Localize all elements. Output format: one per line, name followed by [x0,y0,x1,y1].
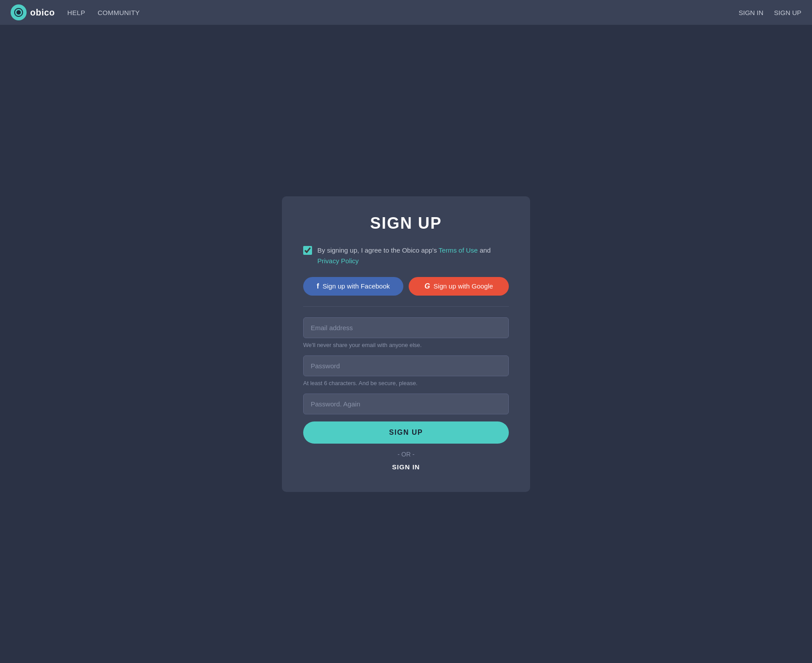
email-hint: We'll never share your email with anyone… [303,342,509,348]
facebook-signup-button[interactable]: f Sign up with Facebook [303,277,403,296]
password-hint: At least 6 characters. And be secure, pl… [303,380,509,386]
agree-and: and [480,246,491,254]
logo-link[interactable]: obico [11,4,55,20]
obico-logo-icon [11,4,27,20]
agree-text: By signing up, I agree to the Obico app'… [317,245,491,266]
facebook-icon: f [316,282,319,290]
navbar: obico HELP COMMUNITY SIGN IN SIGN UP [0,0,812,25]
google-icon: G [425,282,430,290]
signup-card: SIGN UP By signing up, I agree to the Ob… [282,196,530,492]
navbar-left: obico HELP COMMUNITY [11,4,140,20]
svg-point-1 [16,10,21,15]
or-separator: - OR - [303,451,509,458]
google-button-label: Sign up with Google [433,282,493,290]
email-group [303,317,509,338]
agree-row: By signing up, I agree to the Obico app'… [303,245,509,266]
logo-text: obico [30,8,55,18]
card-title: SIGN UP [303,214,509,233]
password-input[interactable] [303,355,509,376]
divider [303,306,509,307]
google-signup-button[interactable]: G Sign up with Google [409,277,509,296]
signup-button[interactable]: SIGN UP [303,421,509,444]
password-group [303,355,509,376]
password-again-input[interactable] [303,394,509,414]
email-input[interactable] [303,317,509,338]
navbar-right: SIGN IN SIGN UP [738,9,801,16]
nav-signin-link[interactable]: SIGN IN [738,9,763,16]
password-again-group [303,394,509,414]
terms-link[interactable]: Terms of Use [439,246,478,254]
social-buttons: f Sign up with Facebook G Sign up with G… [303,277,509,296]
signin-link[interactable]: SIGN IN [303,463,509,471]
nav-help-link[interactable]: HELP [67,9,85,16]
agree-prefix: By signing up, I agree to the Obico app'… [317,246,437,254]
facebook-button-label: Sign up with Facebook [323,282,390,290]
nav-signup-link[interactable]: SIGN UP [774,9,801,16]
main-content: SIGN UP By signing up, I agree to the Ob… [0,25,812,663]
nav-community-link[interactable]: COMMUNITY [98,9,140,16]
agree-checkbox[interactable] [303,246,312,255]
privacy-link[interactable]: Privacy Policy [317,257,359,265]
